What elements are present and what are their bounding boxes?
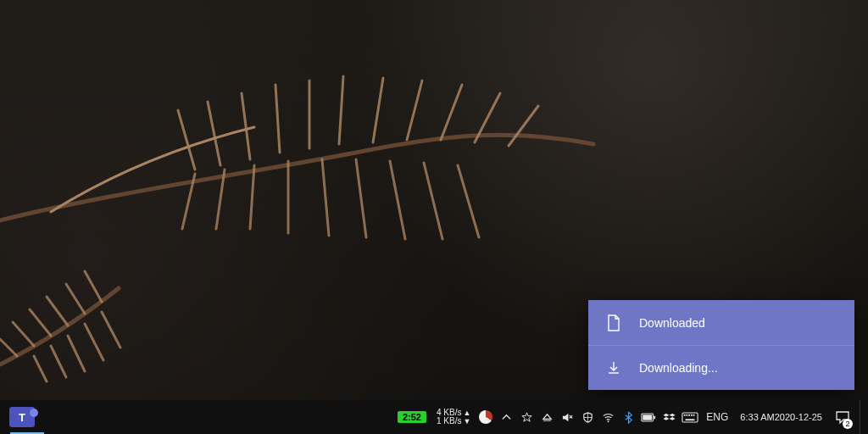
svg-rect-8: [691, 414, 693, 415]
tray-dropbox[interactable]: [659, 400, 679, 434]
tray-keyboard[interactable]: [679, 400, 701, 434]
language-label: ENG: [706, 411, 728, 423]
dropbox-icon: [663, 411, 676, 424]
svg-rect-9: [693, 414, 695, 415]
network-speed-indicator[interactable]: 4 KB/s▲ 1 KB/s▼: [431, 400, 476, 434]
volume-mute-icon: [561, 411, 574, 424]
tray-volume[interactable]: [557, 400, 577, 434]
svg-rect-10: [686, 419, 695, 420]
tray-overflow-chevron[interactable]: [496, 400, 516, 434]
show-desktop-button[interactable]: [860, 400, 865, 434]
svg-rect-2: [654, 415, 656, 419]
teams-initial: T: [19, 411, 25, 424]
keyboard-icon: [682, 412, 698, 423]
toast-label: Downloaded: [639, 316, 705, 330]
tray-bluetooth[interactable]: [618, 400, 638, 434]
taskbar-app-teams[interactable]: T: [0, 400, 44, 434]
wifi-icon: [602, 411, 615, 424]
battery-label: 2:52: [398, 411, 426, 423]
star-icon: [520, 411, 533, 424]
svg-rect-7: [689, 414, 691, 415]
toast-downloaded[interactable]: Downloaded: [588, 300, 854, 345]
teams-icon: T: [9, 407, 35, 427]
taskbar: T 2:52 4 KB/s▲ 1 KB/s▼: [0, 400, 868, 434]
file-icon: [605, 314, 622, 331]
net-down: 1 KB/s: [437, 417, 461, 426]
shield-icon: [581, 411, 594, 424]
battery-icon: [641, 413, 656, 422]
toast-downloading[interactable]: Downloading...: [588, 345, 854, 390]
clock-date: 2020-12-25: [775, 412, 822, 423]
svg-rect-3: [643, 415, 653, 420]
tray-usage-pie[interactable]: [476, 400, 496, 434]
svg-rect-6: [687, 414, 688, 415]
eject-icon: [541, 411, 554, 424]
language-indicator[interactable]: ENG: [701, 400, 733, 434]
pie-icon: [479, 410, 492, 424]
svg-rect-4: [682, 413, 698, 422]
svg-rect-5: [684, 414, 686, 415]
download-icon: [605, 360, 622, 376]
notification-badge: 2: [843, 419, 853, 429]
chevron-up-icon: [500, 411, 513, 424]
tray-sync-icon[interactable]: [516, 400, 537, 434]
tray-wifi[interactable]: [598, 400, 618, 434]
tray-security[interactable]: [577, 400, 598, 434]
desktop[interactable]: Downloaded Downloading... T 2:52: [0, 0, 868, 434]
clock-time: 6:33 AM: [740, 412, 774, 423]
svg-point-0: [607, 420, 609, 422]
battery-time-indicator[interactable]: 2:52: [392, 400, 431, 434]
teams-toast-stack: Downloaded Downloading...: [588, 300, 854, 390]
tray-eject-icon[interactable]: [537, 400, 557, 434]
toast-label: Downloading...: [639, 361, 718, 375]
clock[interactable]: 6:33 AM 2020-12-25: [733, 400, 829, 434]
action-center[interactable]: 2: [829, 400, 856, 434]
bluetooth-icon: [622, 411, 635, 424]
tray-battery[interactable]: [638, 400, 659, 434]
